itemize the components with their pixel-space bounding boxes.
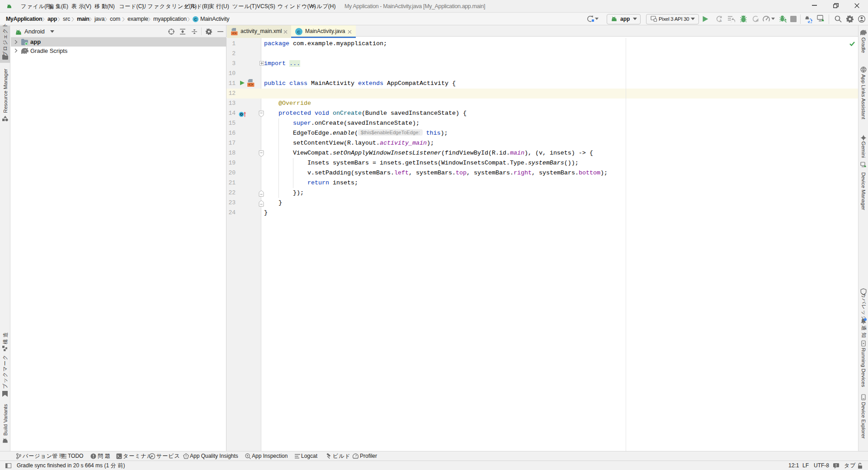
svg-text:A: A: [719, 19, 722, 23]
svg-text:C: C: [194, 17, 197, 22]
svg-text:C: C: [297, 29, 301, 34]
svg-text:<>: <>: [232, 31, 236, 35]
svg-text:<>: <>: [249, 83, 253, 87]
